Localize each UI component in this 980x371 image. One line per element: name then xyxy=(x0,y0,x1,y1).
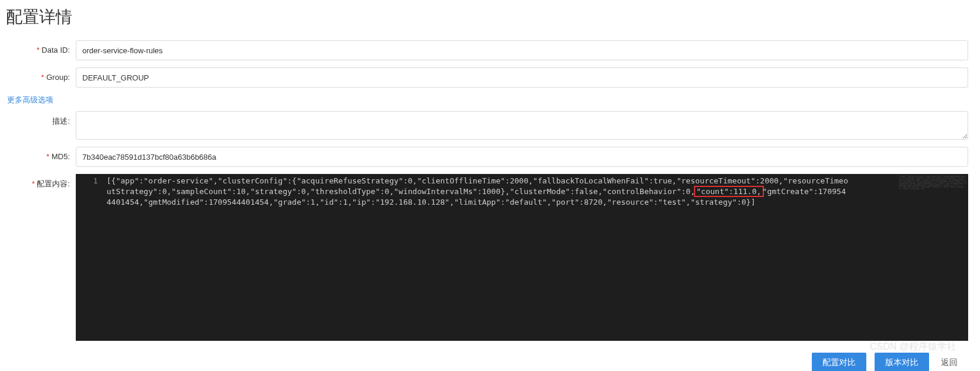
group-input[interactable] xyxy=(76,67,968,88)
content-label: 配置内容: xyxy=(6,174,76,194)
page-title: 配置详情 xyxy=(6,6,968,28)
config-compare-button[interactable]: 配置对比 xyxy=(812,353,866,371)
desc-textarea[interactable] xyxy=(76,111,968,140)
code-editor[interactable]: 1 [{"app":"order-service","clusterConfig… xyxy=(76,174,968,341)
advanced-options-link[interactable]: 更多高级选项 xyxy=(7,95,53,105)
editor-minimap[interactable]: [{"app":"order-service","clusterConfig":… xyxy=(897,174,968,341)
md5-label: MD5: xyxy=(6,147,76,167)
data-id-label: Data ID: xyxy=(6,40,76,60)
minimap-content: [{"app":"order-service","clusterConfig":… xyxy=(897,174,968,192)
editor-gutter: 1 xyxy=(76,174,102,186)
footer-actions: 配置对比 版本对比 返回 xyxy=(6,353,968,371)
data-id-input[interactable] xyxy=(76,40,968,60)
version-compare-button[interactable]: 版本对比 xyxy=(875,353,929,371)
code-highlight: "count":111.0, xyxy=(694,186,764,197)
md5-input[interactable] xyxy=(76,147,968,167)
group-label: Group: xyxy=(6,67,76,88)
desc-label: 描述: xyxy=(6,111,76,131)
back-button[interactable]: 返回 xyxy=(937,357,961,368)
editor-code[interactable]: [{"app":"order-service","clusterConfig":… xyxy=(107,176,968,208)
